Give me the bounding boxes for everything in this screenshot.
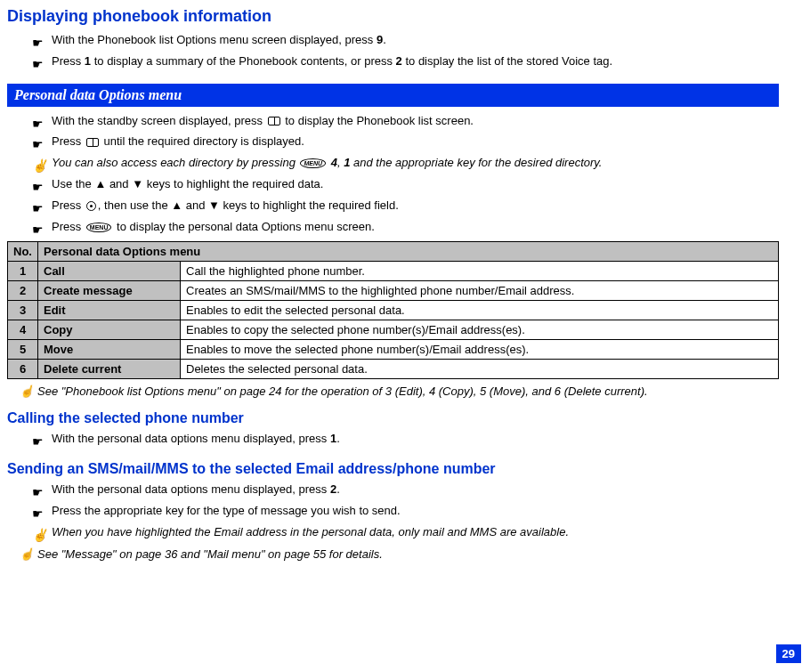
- row-number: 3: [8, 301, 38, 320]
- row-number: 4: [8, 320, 38, 340]
- table-header-menu: Personal data Options menu: [38, 242, 779, 262]
- row-command: Copy: [38, 320, 181, 340]
- text: You can also access each directory by pr…: [52, 156, 298, 169]
- row-command: Delete current: [38, 360, 181, 379]
- pointer-icon: ☛: [32, 432, 44, 451]
- key-label: 1: [85, 54, 91, 68]
- section-banner-personal-data: Personal data Options menu: [7, 84, 779, 107]
- list-item: ☛ Press until the required directory is …: [32, 133, 779, 151]
- text: With the standby screen displayed, press: [52, 114, 266, 127]
- heading-calling-selected: Calling the selected phone number: [7, 410, 779, 426]
- text: Press: [52, 198, 85, 212]
- table-row: 5MoveEnables to move the selected phone …: [8, 340, 779, 360]
- list-item: ☛ With the Phonebook list Options menu s…: [32, 31, 779, 50]
- point-up-icon: ☝: [20, 547, 34, 561]
- text: .: [336, 482, 340, 496]
- text: Press: [52, 134, 85, 148]
- list-item: ☛ Press the appropriate key for the type…: [32, 502, 779, 521]
- section1-list: ☛ With the Phonebook list Options menu s…: [32, 31, 779, 71]
- hand-icon: ✌: [32, 156, 47, 175]
- text: When you have highlighted the Email addr…: [52, 525, 569, 538]
- table-row: 3EditEnables to edit the selected person…: [8, 301, 779, 320]
- section2-list: ☛ With the standby screen displayed, pre…: [32, 112, 779, 237]
- menu-key-icon: MENU: [300, 158, 326, 168]
- hand-icon: ✌: [32, 525, 47, 545]
- row-number: 2: [8, 281, 38, 301]
- phonebook-key-icon: [268, 117, 280, 125]
- row-command: Create message: [38, 281, 181, 301]
- pointer-icon: ☛: [32, 33, 44, 53]
- list-item: ☛ Press MENU to display the personal dat…: [32, 218, 779, 237]
- list-item: ☛ With the personal data options menu di…: [32, 430, 779, 449]
- list-item-note: ✌ You can also access each directory by …: [32, 154, 779, 173]
- row-description: Enables to copy the selected phone numbe…: [181, 320, 779, 340]
- pointer-icon: ☛: [32, 134, 44, 154]
- text: .: [336, 432, 340, 445]
- pointer-icon: ☛: [32, 54, 44, 74]
- row-command: Move: [38, 340, 181, 360]
- text: Press: [52, 220, 85, 233]
- options-menu-table: No. Personal data Options menu 1CallCall…: [7, 241, 779, 379]
- list-item: ☛ Use the ▲ and ▼ keys to highlight the …: [32, 175, 779, 194]
- list-item-note: ✌ When you have highlighted the Email ad…: [32, 523, 779, 542]
- text: With the Phonebook list Options menu scr…: [52, 33, 377, 46]
- pointer-icon: ☛: [32, 114, 44, 134]
- pointer-icon: ☛: [32, 177, 44, 197]
- section4-list: ☛ With the personal data options menu di…: [32, 481, 779, 541]
- row-description: Creates an SMS/mail/MMS to the highlight…: [181, 281, 779, 301]
- pointer-icon: ☛: [32, 504, 44, 523]
- section3-list: ☛ With the personal data options menu di…: [32, 430, 779, 449]
- text: With the personal data options menu disp…: [52, 432, 330, 445]
- table-row: 6Delete currentDeletes the selected pers…: [8, 360, 779, 379]
- row-command: Call: [38, 262, 181, 281]
- cross-reference: ☝ See "Message" on page 36 and "Mail men…: [20, 547, 779, 561]
- row-description: Deletes the selected personal data.: [181, 360, 779, 379]
- heading-sending-sms: Sending an SMS/mail/MMS to the selected …: [7, 461, 779, 477]
- cross-ref-text: See "Message" on page 36 and "Mail menu"…: [37, 547, 383, 561]
- row-number: 1: [8, 262, 38, 281]
- list-item: ☛ With the standby screen displayed, pre…: [32, 112, 779, 131]
- text: , then use the ▲ and ▼ keys to highlight…: [98, 198, 399, 212]
- table-row: 4CopyEnables to copy the selected phone …: [8, 320, 779, 340]
- point-up-icon: ☝: [20, 385, 34, 398]
- row-description: Enables to move the selected phone numbe…: [181, 340, 779, 360]
- phonebook-key-icon: [86, 138, 99, 147]
- row-description: Call the highlighted phone number.: [181, 262, 779, 281]
- nav-key-icon: [86, 201, 96, 211]
- row-description: Enables to edit the selected personal da…: [181, 301, 779, 320]
- text: to display the personal data Options men…: [113, 220, 374, 233]
- key-label: 4: [331, 156, 337, 169]
- text: until the required directory is displaye…: [101, 134, 304, 148]
- text: to display the list of the stored Voice …: [402, 54, 612, 68]
- row-number: 5: [8, 340, 38, 360]
- list-item: ☛ Press , then use the ▲ and ▼ keys to h…: [32, 197, 779, 215]
- pointer-icon: ☛: [32, 198, 44, 218]
- pointer-icon: ☛: [32, 482, 44, 502]
- heading-displaying-phonebook: Displaying phonebook information: [7, 7, 779, 26]
- text: Press: [52, 54, 85, 68]
- text: Press the appropriate key for the type o…: [52, 504, 401, 517]
- pointer-icon: ☛: [32, 220, 44, 239]
- text: to display the Phonebook list screen.: [282, 114, 474, 127]
- text: to display a summary of the Phonebook co…: [91, 54, 396, 68]
- row-command: Edit: [38, 301, 181, 320]
- text: With the personal data options menu disp…: [52, 482, 330, 496]
- text: Use the ▲ and ▼ keys to highlight the re…: [52, 177, 323, 190]
- text: and the appropriate key for the desired …: [350, 156, 602, 169]
- table-row: 1CallCall the highlighted phone number.: [8, 262, 779, 281]
- cross-reference: ☝ See "Phonebook list Options menu" on p…: [20, 385, 779, 398]
- list-item: ☛ Press 1 to display a summary of the Ph…: [32, 53, 779, 71]
- row-number: 6: [8, 360, 38, 379]
- menu-key-icon: MENU: [86, 223, 112, 232]
- list-item: ☛ With the personal data options menu di…: [32, 481, 779, 499]
- cross-ref-text: See "Phonebook list Options menu" on pag…: [37, 385, 648, 398]
- table-header-no: No.: [8, 242, 38, 262]
- text: .: [383, 33, 386, 46]
- table-row: 2Create messageCreates an SMS/mail/MMS t…: [8, 281, 779, 301]
- key-label: 2: [396, 54, 402, 68]
